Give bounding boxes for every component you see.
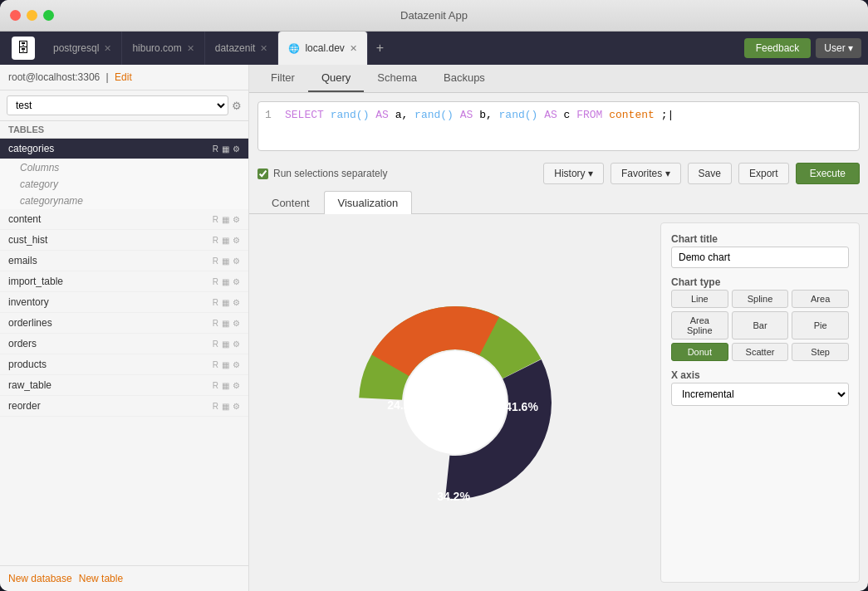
tab-postgresql[interactable]: postgresql ✕ [43,32,122,65]
tab-localdev-close[interactable]: ✕ [350,43,357,54]
subtree-item-categoryname[interactable]: categoryname [0,193,248,209]
table-item-categories[interactable]: categories R ▦ ⚙ [0,139,248,159]
chart-type-donut[interactable]: Donut [671,343,728,361]
grid-icon[interactable]: ▦ [222,298,229,307]
table-item-orders[interactable]: orders R ▦ ⚙ [0,334,248,354]
visualization-area: 24.2% 41.6% 34.2% Chart title Chart type [249,214,868,591]
chart-title-section: Chart title [671,233,849,268]
history-button[interactable]: History ▾ [543,163,604,184]
gear-icon[interactable]: ⚙ [233,402,240,411]
content-tab-content[interactable]: Content [257,191,324,214]
r-icon: R [213,381,218,390]
grid-icon[interactable]: ▦ [222,339,229,349]
close-button[interactable] [10,10,21,21]
new-database-link[interactable]: New database [8,573,72,584]
logo-icon: 🗄 [12,37,35,60]
tables-section-label: Tables [0,121,248,139]
run-selections-label[interactable]: Run selections separately [257,168,537,179]
tab-datazenit-close[interactable]: ✕ [260,43,267,54]
grid-icon[interactable]: ▦ [222,215,229,224]
gear-icon[interactable]: ⚙ [233,277,240,286]
table-item-content[interactable]: content R ▦ ⚙ [0,209,248,230]
grid-icon[interactable]: ▦ [222,256,229,266]
chart-type-area[interactable]: Area [792,290,849,308]
table-item-reorder[interactable]: reorder R ▦ ⚙ [0,396,248,417]
app-logo: 🗄 [7,32,40,65]
subtree-item-columns[interactable]: Columns [0,159,248,176]
add-tab-button[interactable]: + [368,32,392,65]
chart-type-spline[interactable]: Spline [732,290,789,308]
tab-datazenit[interactable]: datazenit ✕ [205,32,279,65]
fn-rand-c: rand() [499,109,538,121]
user-menu-button[interactable]: User ▾ [816,38,861,58]
r-icon: R [213,277,218,286]
save-button[interactable]: Save [688,163,732,184]
grid-icon[interactable]: ▦ [222,277,229,286]
chart-title-input[interactable] [671,247,849,268]
gear-icon[interactable]: ⚙ [233,319,240,328]
grid-icon[interactable]: ▦ [222,319,229,328]
chart-type-bar[interactable]: Bar [732,311,789,339]
xaxis-selector[interactable]: Incremental [671,383,849,406]
favorites-button[interactable]: Favorites ▾ [611,163,681,184]
titlebar: Datazenit App [0,0,868,32]
gear-icon[interactable]: ⚙ [233,339,240,349]
code-text: a, [395,109,414,121]
tab-postgresql-close[interactable]: ✕ [104,43,111,54]
table-item-inventory[interactable]: inventory R ▦ ⚙ [0,292,248,313]
tab-hiburo[interactable]: hiburo.com ✕ [122,32,204,65]
run-selections-checkbox[interactable] [257,169,268,179]
table-item-import-table[interactable]: import_table R ▦ ⚙ [0,271,248,292]
grid-icon[interactable]: ▦ [222,236,229,245]
edit-connection-link[interactable]: Edit [115,71,132,83]
table-item-cust-hist[interactable]: cust_hist R ▦ ⚙ [0,230,248,251]
sql-code[interactable]: SELECT rand() AS a, rand() AS b, rand() … [285,109,852,144]
chart-type-pie[interactable]: Pie [792,311,849,339]
table-icons-orders: R ▦ ⚙ [213,339,240,349]
gear-icon[interactable]: ⚙ [233,360,240,369]
chart-type-line[interactable]: Line [671,290,728,308]
export-button[interactable]: Export [738,163,789,184]
settings-icon[interactable]: ⚙ [232,100,242,112]
new-table-link[interactable]: New table [79,573,123,584]
sidebar-connection: root@localhost:3306 | Edit [0,65,248,90]
r-icon: R [213,215,218,224]
execute-button[interactable]: Execute [796,163,860,184]
chart-type-scatter[interactable]: Scatter [732,343,789,361]
grid-icon[interactable]: ▦ [222,381,229,390]
database-selector[interactable]: test [7,95,228,115]
tab-localdev-favicon: 🌐 [288,43,300,54]
minimize-button[interactable] [27,10,37,21]
feedback-button[interactable]: Feedback [744,38,812,58]
gear-icon[interactable]: ⚙ [233,381,240,390]
content-tab-visualization[interactable]: Visualization [324,191,413,214]
gear-icon[interactable]: ⚙ [233,256,240,266]
table-item-raw-table[interactable]: raw_table R ▦ ⚙ [0,375,248,396]
subtree-item-category[interactable]: category [0,176,248,193]
grid-icon[interactable]: ▦ [222,144,229,154]
grid-icon[interactable]: ▦ [222,402,229,411]
table-item-orderlines[interactable]: orderlines R ▦ ⚙ [0,313,248,334]
maximize-button[interactable] [43,10,54,21]
gear-icon[interactable]: ⚙ [233,144,240,154]
tab-query[interactable]: Query [308,65,364,92]
tabs-list: postgresql ✕ hiburo.com ✕ datazenit ✕ 🌐 … [43,32,744,65]
tab-hiburo-close[interactable]: ✕ [187,43,194,54]
tab-filter[interactable]: Filter [257,65,308,92]
gear-icon[interactable]: ⚙ [233,215,240,224]
table-item-products[interactable]: products R ▦ ⚙ [0,354,248,375]
run-selections-text: Run selections separately [273,168,387,179]
chart-type-area-spline[interactable]: Area Spline [671,311,728,339]
grid-icon[interactable]: ▦ [222,360,229,369]
main-content: root@localhost:3306 | Edit test ⚙ Tables… [0,65,868,591]
tab-schema[interactable]: Schema [364,65,430,92]
chart-type-step[interactable]: Step [792,343,849,361]
table-item-emails[interactable]: emails R ▦ ⚙ [0,251,248,271]
tab-localdev[interactable]: 🌐 local.dev ✕ [278,32,367,65]
gear-icon[interactable]: ⚙ [233,236,240,245]
tab-backups[interactable]: Backups [430,65,498,92]
app-window: Datazenit App 🗄 postgresql ✕ hiburo.com … [0,0,868,591]
gear-icon[interactable]: ⚙ [233,298,240,307]
code-text: ;| [661,109,674,121]
panel-tabs: Filter Query Schema Backups [249,65,868,93]
